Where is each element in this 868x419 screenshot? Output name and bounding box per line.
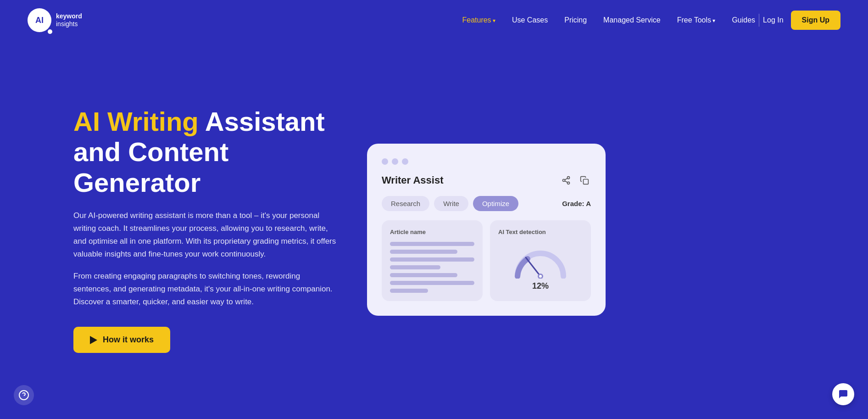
how-it-works-label: How it works <box>103 335 154 345</box>
logo-text: keyword insights <box>56 12 82 28</box>
login-link[interactable]: Log In <box>763 16 783 24</box>
nav-link-managed-service[interactable]: Managed Service <box>603 16 661 24</box>
nav-item-features[interactable]: Features <box>462 16 495 24</box>
dot-2 <box>392 158 398 165</box>
nav-link-pricing[interactable]: Pricing <box>564 16 587 24</box>
nav-item-free-tools[interactable]: Free Tools <box>677 16 716 24</box>
article-panel: Article name <box>382 220 483 301</box>
ai-detection-panel: AI Text detection <box>490 220 591 301</box>
grade-label: Grade: A <box>562 200 591 207</box>
nav-link-use-cases[interactable]: Use Cases <box>512 16 548 24</box>
tab-row: Research Write Optimize Grade: A <box>382 196 591 211</box>
widget-action-icons <box>560 174 591 187</box>
nav-link-guides[interactable]: Guides <box>732 16 755 24</box>
main-nav: AI keyword insights Features Use Cases P… <box>0 0 868 40</box>
text-line-5 <box>390 273 457 277</box>
chat-bubble[interactable] <box>832 383 854 405</box>
copy-icon[interactable] <box>578 174 591 187</box>
hero-title-highlight: AI Writing <box>73 106 199 136</box>
nav-link-features[interactable]: Features <box>462 16 495 24</box>
widget-body: Article name AI Text detection <box>382 220 591 301</box>
nav-item-use-cases[interactable]: Use Cases <box>512 16 548 24</box>
help-icon[interactable] <box>14 385 34 405</box>
logo-icon: AI <box>28 8 51 32</box>
svg-point-2 <box>568 182 570 184</box>
svg-rect-5 <box>584 179 589 184</box>
nav-divider <box>759 14 759 27</box>
tab-write[interactable]: Write <box>434 196 468 211</box>
text-line-4 <box>390 265 440 269</box>
logo[interactable]: AI keyword insights <box>28 8 82 32</box>
svg-line-4 <box>565 178 568 179</box>
nav-links: Features Use Cases Pricing Managed Servi… <box>462 16 755 24</box>
hero-section: AI Writing Assistant and Content Generat… <box>0 40 868 419</box>
svg-line-6 <box>526 257 540 276</box>
signup-button[interactable]: Sign Up <box>791 11 840 30</box>
text-line-7 <box>390 289 428 293</box>
gauge-percent: 12% <box>532 281 549 291</box>
svg-line-3 <box>565 181 568 182</box>
text-line-3 <box>390 257 474 262</box>
nav-item-pricing[interactable]: Pricing <box>564 16 587 24</box>
hero-widget: Writer Assist Rese <box>367 144 606 316</box>
hero-title: AI Writing Assistant and Content Generat… <box>73 106 339 198</box>
dot-1 <box>382 158 388 165</box>
svg-point-1 <box>563 179 565 182</box>
share-icon[interactable] <box>560 174 573 187</box>
article-panel-title: Article name <box>390 229 474 235</box>
text-lines <box>390 242 474 293</box>
hero-description-1: Our AI-powered writing assistant is more… <box>73 209 339 261</box>
gauge-svg <box>513 246 568 279</box>
window-dots <box>382 158 591 165</box>
dot-3 <box>402 158 408 165</box>
widget-title-row: Writer Assist <box>382 174 591 187</box>
hero-description-2: From creating engaging paragraphs to swi… <box>73 270 339 308</box>
text-line-2 <box>390 250 457 254</box>
ai-panel-title: AI Text detection <box>498 229 583 235</box>
tab-optimize[interactable]: Optimize <box>473 196 518 211</box>
gauge-container: 12% <box>498 242 583 291</box>
nav-item-guides[interactable]: Guides <box>732 16 755 24</box>
widget-title: Writer Assist <box>382 174 444 186</box>
text-line-6 <box>390 281 474 285</box>
nav-link-free-tools[interactable]: Free Tools <box>677 16 716 24</box>
svg-point-0 <box>568 177 570 179</box>
how-it-works-button[interactable]: How it works <box>73 327 170 353</box>
hero-content: AI Writing Assistant and Content Generat… <box>73 106 339 353</box>
nav-item-managed-service[interactable]: Managed Service <box>603 16 661 24</box>
text-line-1 <box>390 242 474 246</box>
widget-card: Writer Assist Rese <box>367 144 606 316</box>
play-icon <box>90 336 97 344</box>
tab-research[interactable]: Research <box>382 196 429 211</box>
svg-point-8 <box>539 275 542 278</box>
